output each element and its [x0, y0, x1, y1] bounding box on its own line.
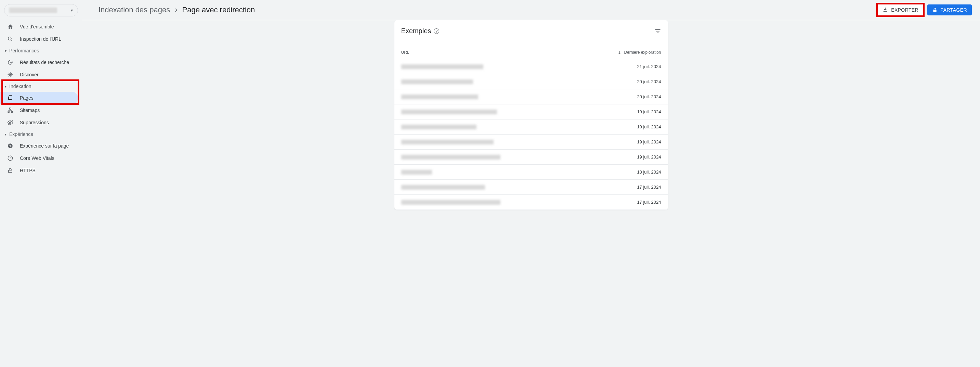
sidebar-item-search-results[interactable]: Résultats de recherche: [0, 56, 78, 69]
sidebar-item-core-web-vitals[interactable]: Core Web Vitals: [0, 152, 78, 164]
sidebar-group-performances[interactable]: ▾ Performances: [0, 45, 82, 56]
svg-rect-15: [657, 32, 659, 33]
row-url-redacted: [401, 94, 637, 99]
sidebar-item-pages[interactable]: Pages: [0, 92, 78, 104]
export-label: EXPORTER: [891, 7, 918, 13]
sidebar-item-label: Sitemaps: [20, 107, 40, 113]
svg-rect-5: [11, 111, 13, 113]
row-date: 19 juil. 2024: [637, 155, 661, 160]
card-title: Exemples: [401, 27, 431, 35]
help-icon[interactable]: ?: [434, 29, 439, 34]
chevron-down-icon: ▾: [5, 49, 6, 53]
home-icon: [7, 23, 14, 30]
plus-circle-icon: [7, 142, 14, 149]
sidebar-item-page-experience[interactable]: Expérience sur la page: [0, 140, 78, 152]
share-label: PARTAGER: [940, 7, 967, 13]
sidebar-item-label: Pages: [20, 95, 33, 101]
svg-rect-14: [656, 31, 660, 32]
search-icon: [7, 36, 14, 43]
table-row[interactable]: 20 juil. 2024: [395, 74, 668, 89]
examples-card: Exemples ? URL Dernière exploration: [395, 20, 668, 210]
download-icon: [882, 7, 888, 13]
chevron-down-icon: ▾: [71, 8, 73, 13]
row-date: 19 juil. 2024: [637, 124, 661, 129]
table-header: URL Dernière exploration: [395, 40, 668, 59]
sidebar-item-sitemaps[interactable]: Sitemaps: [0, 104, 78, 116]
sidebar-item-url-inspection[interactable]: Inspection de l'URL: [0, 33, 78, 45]
row-date: 21 juil. 2024: [637, 64, 661, 69]
svg-rect-12: [933, 10, 936, 12]
share-button[interactable]: PARTAGER: [928, 5, 972, 15]
row-url-redacted: [401, 124, 637, 129]
row-url-redacted: [401, 140, 637, 144]
sidebar-item-https[interactable]: HTTPS: [0, 164, 78, 177]
lock-icon: [7, 167, 14, 174]
sidebar-group-label: Performances: [9, 48, 39, 53]
property-selector[interactable]: ▾: [4, 4, 78, 16]
gauge-icon: [7, 155, 14, 161]
row-date: 18 juil. 2024: [637, 169, 661, 175]
table-row[interactable]: 18 juil. 2024: [395, 165, 668, 180]
top-actions: EXPORTER PARTAGER: [877, 4, 972, 16]
row-date: 17 juil. 2024: [637, 185, 661, 190]
column-date-label: Dernière exploration: [624, 50, 661, 55]
table-row[interactable]: 21 juil. 2024: [395, 59, 668, 74]
google-icon: [7, 59, 14, 66]
sidebar-item-label: Core Web Vitals: [20, 155, 54, 161]
table-row[interactable]: 17 juil. 2024: [395, 180, 668, 195]
table-row[interactable]: 19 juil. 2024: [395, 104, 668, 120]
sidebar-group-label: Indexation: [9, 83, 32, 89]
sidebar-item-removals[interactable]: Suppressions: [0, 116, 78, 129]
svg-rect-4: [8, 111, 9, 113]
chevron-down-icon: ▾: [5, 85, 6, 88]
row-url-redacted: [401, 200, 637, 205]
table-row[interactable]: 19 juil. 2024: [395, 134, 668, 150]
breadcrumb-parent[interactable]: Indexation des pages: [99, 5, 170, 14]
row-url-redacted: [401, 110, 637, 114]
row-date: 19 juil. 2024: [637, 109, 661, 114]
row-date: 19 juil. 2024: [637, 139, 661, 144]
row-url-redacted: [401, 80, 637, 84]
asterisk-icon: [7, 71, 14, 78]
row-url-redacted: [401, 170, 637, 175]
row-url-redacted: [401, 185, 637, 190]
sidebar-item-overview[interactable]: Vue d'ensemble: [0, 21, 78, 33]
svg-rect-10: [8, 170, 12, 172]
table-row[interactable]: 19 juil. 2024: [395, 150, 668, 165]
sidebar-group-label: Expérience: [9, 131, 33, 137]
svg-rect-13: [655, 29, 660, 30]
table-row[interactable]: 17 juil. 2024: [395, 195, 668, 210]
table-row[interactable]: 20 juil. 2024: [395, 89, 668, 104]
sidebar-item-label: Résultats de recherche: [20, 59, 69, 65]
svg-rect-2: [9, 96, 12, 99]
sidebar-group-experience[interactable]: ▾ Expérience: [0, 129, 82, 140]
sidebar-item-label: Expérience sur la page: [20, 143, 69, 148]
breadcrumb: Indexation des pages › Page avec redirec…: [99, 5, 255, 14]
main-content: Indexation des pages › Page avec redirec…: [82, 0, 980, 367]
export-button[interactable]: EXPORTER: [877, 4, 923, 16]
svg-rect-3: [10, 108, 11, 109]
table-row[interactable]: 19 juil. 2024: [395, 120, 668, 134]
chevron-right-icon: ›: [175, 5, 177, 14]
sidebar-group-indexation[interactable]: ▾ Indexation: [0, 81, 82, 92]
svg-point-0: [8, 37, 11, 40]
sidebar-item-label: Discover: [20, 72, 38, 77]
svg-rect-11: [883, 12, 887, 12]
column-date[interactable]: Dernière exploration: [617, 50, 661, 55]
filter-icon[interactable]: [654, 28, 661, 35]
property-name-redacted: [9, 8, 57, 13]
sidebar-item-label: Suppressions: [20, 120, 49, 125]
sort-down-icon: [617, 50, 622, 55]
lock-icon: [932, 7, 938, 13]
row-url-redacted: [401, 64, 637, 69]
sidebar-item-discover[interactable]: Discover: [0, 69, 78, 81]
row-date: 20 juil. 2024: [637, 79, 661, 84]
row-date: 20 juil. 2024: [637, 94, 661, 99]
chevron-down-icon: ▾: [5, 132, 6, 136]
svg-line-1: [11, 40, 12, 41]
eye-off-icon: [7, 119, 14, 126]
pages-icon: [7, 94, 14, 101]
breadcrumb-current: Page avec redirection: [182, 5, 255, 14]
sidebar: ▾ Vue d'ensemble Inspection de l'URL ▾ P…: [0, 0, 82, 367]
column-url[interactable]: URL: [401, 50, 617, 55]
